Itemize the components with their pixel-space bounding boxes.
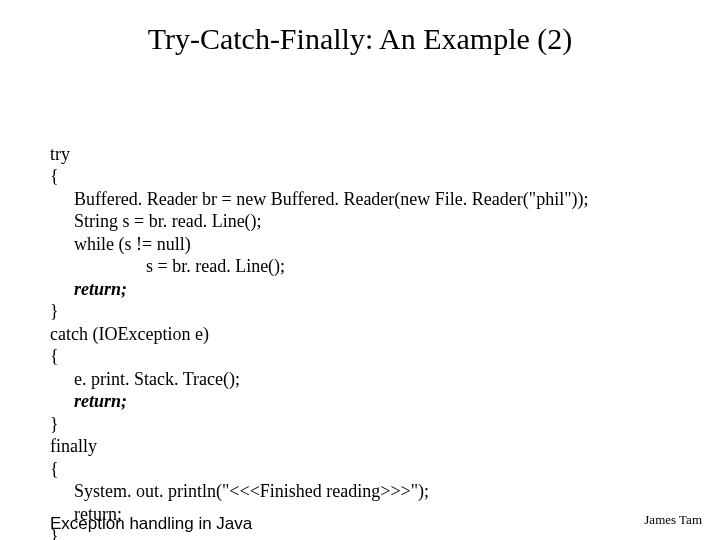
code-line: }	[50, 301, 59, 321]
code-line: s = br. read. Line();	[146, 256, 285, 276]
code-line-return: return;	[74, 391, 127, 411]
code-line: catch (IOException e)	[50, 324, 209, 344]
code-line: String s = br. read. Line();	[74, 211, 262, 231]
code-line-return: return;	[74, 279, 127, 299]
code-line: while (s != null)	[74, 234, 191, 254]
footer-left: Exception handling in Java	[50, 514, 252, 534]
code-line: }	[50, 414, 59, 434]
code-line: {	[50, 346, 59, 366]
code-line: finally	[50, 436, 97, 456]
code-line: Buffered. Reader br = new Buffered. Read…	[74, 189, 589, 209]
code-line: {	[50, 166, 59, 186]
code-line: System. out. println("<<<Finished readin…	[74, 481, 429, 501]
code-line: {	[50, 459, 59, 479]
code-line: try	[50, 144, 70, 164]
slide-title: Try-Catch-Finally: An Example (2)	[0, 22, 720, 56]
code-line: e. print. Stack. Trace();	[74, 369, 240, 389]
footer-right: James Tam	[644, 512, 702, 528]
code-block: try { Buffered. Reader br = new Buffered…	[50, 120, 589, 540]
slide: Try-Catch-Finally: An Example (2) try { …	[0, 0, 720, 540]
